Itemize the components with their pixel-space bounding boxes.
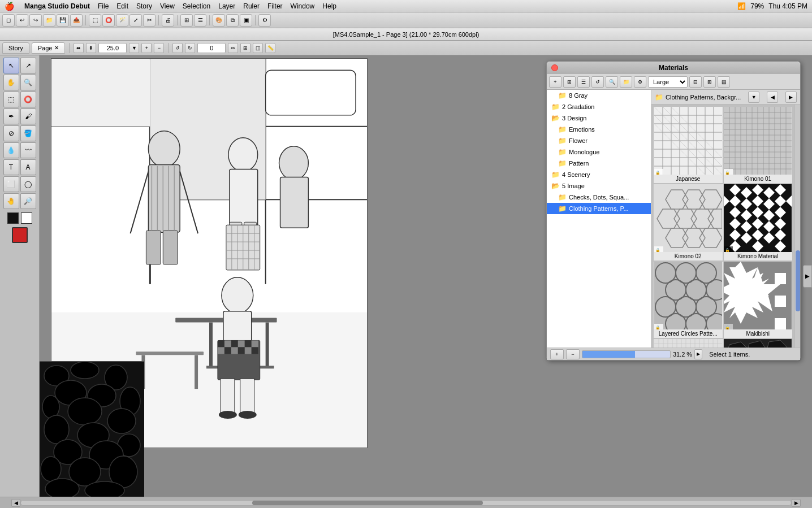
story-tab[interactable]: Story (2, 42, 29, 54)
redo-btn[interactable]: ↪ (29, 14, 42, 27)
settings-panel-btn[interactable]: ⚙ (634, 76, 646, 88)
tree-item-checks[interactable]: 📁 Checks, Dots, Squa... (547, 192, 651, 203)
view-toggle-btn[interactable]: ⊟ (689, 76, 702, 88)
tree-item-scenery[interactable]: 📁 4 Scenery (547, 169, 651, 180)
scroll-left-btn[interactable]: ◀ (11, 499, 20, 507)
smudge-tool[interactable]: 〰 (20, 142, 36, 158)
flip-h-btn[interactable]: ⇔ (228, 43, 238, 53)
edit-menu[interactable]: Edit (116, 2, 128, 10)
list-btn[interactable]: ☰ (577, 76, 590, 88)
window-menu[interactable]: Window (291, 2, 315, 10)
lasso-tool[interactable]: ⬚ (3, 92, 19, 107)
brush-tool[interactable]: 🖌 (20, 108, 36, 124)
tree-item-flower[interactable]: 📁 Flower (547, 135, 651, 146)
add-to-page-btn[interactable]: + (550, 349, 564, 359)
snap-btn[interactable]: ◫ (253, 43, 263, 53)
filter-menu[interactable]: Filter (267, 2, 283, 10)
pointer-tool[interactable]: ↖ (3, 58, 19, 73)
print-btn[interactable]: 🖨 (162, 14, 174, 27)
app-name-menu[interactable]: Manga Studio Debut (24, 2, 90, 10)
zoom-menu-btn[interactable]: ▼ (129, 43, 139, 53)
canvas-area[interactable]: Materials + ⊞ ☰ ↺ 🔍 📁 ⚙ Large Medium Sma… (40, 55, 812, 497)
tree-item-gradation[interactable]: 📁 2 Gradation (547, 101, 651, 112)
tree-item-pattern[interactable]: 📁 Pattern (547, 158, 651, 169)
help-menu[interactable]: Help (322, 2, 336, 10)
remove-btn[interactable]: − (566, 349, 580, 359)
open-btn[interactable]: 📁 (43, 14, 55, 27)
refresh-btn[interactable]: ↺ (591, 76, 604, 88)
scroll-track[interactable] (20, 500, 792, 506)
settings-btn[interactable]: ⚙ (258, 14, 271, 27)
rotate-right-btn[interactable]: ↻ (185, 43, 195, 53)
tree-item-design[interactable]: 📂 3 Design (547, 112, 651, 124)
size-select[interactable]: Large Medium Small (648, 76, 688, 88)
grid-scroll-thumb[interactable] (796, 250, 800, 311)
tree-item-gray[interactable]: 📁 8 Gray (547, 90, 651, 101)
eraser-tool[interactable]: ⊘ (3, 125, 19, 141)
tree-item-emotions[interactable]: 📁 Emotions (547, 124, 651, 135)
folder-btn[interactable]: 📁 (620, 76, 632, 88)
story-menu[interactable]: Story (136, 2, 152, 10)
add-material-btn[interactable]: + (549, 76, 562, 88)
tree-item-clothing[interactable]: 📁 Clothing Patterns, P... (547, 203, 651, 214)
undo-btn[interactable]: ↩ (16, 14, 28, 27)
caption-tool[interactable]: A (20, 159, 36, 175)
lasso-btn[interactable]: ⭕ (102, 14, 115, 27)
toggle-grid-btn[interactable]: ⊞ (240, 43, 250, 53)
select-btn[interactable]: ⬚ (89, 14, 101, 27)
palette-btn[interactable]: 🎨 (213, 14, 225, 27)
bucket-tool[interactable]: 🪣 (20, 125, 36, 141)
background-color[interactable] (21, 212, 32, 224)
crop-btn[interactable]: ✂ (143, 14, 156, 27)
tree-item-monologue[interactable]: 📁 Monologue (547, 146, 651, 158)
material-item-kimono01[interactable]: 🔒 Kimono 01 (724, 107, 793, 183)
subview-tool[interactable]: ↗ (20, 58, 36, 73)
view-toggle3-btn[interactable]: ▤ (718, 76, 730, 88)
text-tool[interactable]: T (3, 159, 19, 175)
scroll-right-btn[interactable]: ▶ (792, 499, 801, 507)
rotate-left-btn[interactable]: ↺ (172, 43, 183, 53)
panel-close-button[interactable] (551, 64, 558, 71)
file-menu[interactable]: File (98, 2, 109, 10)
export-btn[interactable]: 📤 (70, 14, 83, 27)
fit-width-btn[interactable]: ⬌ (74, 43, 84, 53)
material-item-makibishi[interactable]: 🔒 Makibishi (724, 262, 793, 338)
selection-menu[interactable]: Selection (183, 2, 210, 10)
foreground-color[interactable] (7, 212, 19, 224)
zoom-tool[interactable]: 🔍 (20, 75, 36, 90)
page-tab-close[interactable]: ✕ (54, 45, 59, 51)
magic-wand-btn[interactable]: 🪄 (116, 14, 128, 27)
hand-tool[interactable]: 🤚 (3, 193, 19, 209)
materials-btn[interactable]: ▣ (240, 14, 252, 27)
zoom-input[interactable] (98, 43, 127, 53)
layers-btn[interactable]: ⧉ (226, 14, 239, 27)
scroll-thumb[interactable] (252, 501, 483, 505)
apple-menu[interactable]: 🍎 (5, 2, 14, 11)
material-item-layered[interactable]: 🔒 Layered Circles Patte... (654, 262, 723, 338)
material-item-mosaic[interactable]: 🔒 Mosaic Tile (654, 339, 723, 348)
save-btn[interactable]: 💾 (57, 14, 69, 27)
search-btn[interactable]: 🔍 (606, 76, 618, 88)
pen-tool[interactable]: ✒ (3, 108, 19, 124)
material-item-japanese[interactable]: 🔒 Japanese (654, 107, 723, 183)
grid-btn[interactable]: ⊞ (563, 76, 576, 88)
rotation-input[interactable] (197, 43, 226, 53)
active-color[interactable] (12, 227, 28, 243)
shape-tool[interactable]: ◯ (20, 176, 36, 192)
ruler-vis-btn[interactable]: 📏 (265, 43, 275, 53)
layer-menu[interactable]: Layer (218, 2, 235, 10)
material-item-mysterious[interactable]: 🔒 Mysterious Tiles-Haze (724, 339, 793, 348)
grid-scrollbar[interactable] (794, 105, 800, 348)
ruler-menu[interactable]: Ruler (243, 2, 260, 10)
zoom-progress-btn[interactable]: ▶ (694, 349, 702, 359)
list-view-btn[interactable]: ☰ (194, 14, 206, 27)
eyedropper-tool[interactable]: 💧 (3, 142, 19, 158)
magnify-tool[interactable]: 🔎 (20, 193, 36, 209)
view-menu[interactable]: View (160, 2, 175, 10)
breadcrumb-menu-btn[interactable]: ▼ (748, 92, 759, 103)
zoom-in-btn[interactable]: + (141, 43, 152, 53)
magic-select-tool[interactable]: ⭕ (20, 92, 36, 107)
view-toggle2-btn[interactable]: ⊠ (703, 76, 716, 88)
grid-view-btn[interactable]: ⊞ (180, 14, 193, 27)
page-tab[interactable]: Page ✕ (32, 42, 66, 54)
